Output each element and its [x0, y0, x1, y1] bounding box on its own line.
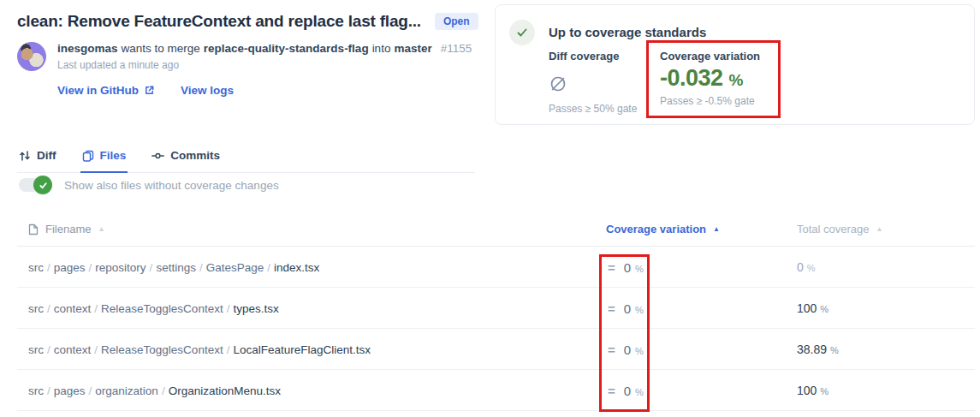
file-icon	[28, 223, 39, 235]
total-coverage-cell: 100 %	[797, 301, 829, 315]
coverage-card-title: Up to coverage standards	[549, 25, 706, 39]
empty-set-icon	[549, 71, 637, 97]
sort-arrow-icon: ▲	[876, 226, 883, 233]
column-header-coverage-variation-label: Coverage variation	[606, 223, 706, 235]
variation-value: 0	[624, 342, 631, 356]
file-path: src/pages/repository/settings/GatesPage/…	[28, 260, 319, 273]
file-path: src/context/ReleaseTogglesContext/LocalF…	[28, 343, 371, 355]
show-files-toggle[interactable]	[19, 178, 50, 192]
author-name: inesgomas	[57, 42, 118, 55]
tab-commits-label: Commits	[170, 149, 220, 162]
merge-action-text: wants to merge	[122, 42, 200, 55]
variation-unit: %	[635, 345, 644, 355]
links-row: View in GitHub View logs	[57, 84, 472, 97]
diff-coverage-column: Diff coverage Passes ≥ 50% gate	[549, 50, 637, 115]
coverage-variation-number: -0.032	[660, 65, 723, 92]
coverage-variation-unit: %	[729, 71, 744, 90]
view-in-github-link[interactable]: View in GitHub	[57, 84, 155, 97]
coverage-variation-column: Coverage variation -0.032 % Passes ≥ -0.…	[660, 50, 760, 107]
pr-meta-text: inesgomas wants to merge replace-quality…	[57, 42, 472, 97]
tab-diff-label: Diff	[37, 149, 56, 162]
column-header-total-coverage-label: Total coverage	[797, 223, 870, 235]
total-coverage-cell: 38.89 %	[797, 343, 839, 356]
total-coverage-unit: %	[807, 263, 816, 273]
variation-unit: %	[635, 263, 644, 273]
column-header-total-coverage[interactable]: Total coverage ▲	[797, 223, 882, 235]
diff-coverage-gate: Passes ≥ 50% gate	[549, 103, 637, 115]
coverage-variation-cell: = 0 %	[608, 342, 644, 356]
pr-title-row: clean: Remove FeatureContext and replace…	[17, 12, 484, 31]
equals-icon: =	[608, 383, 615, 397]
column-header-coverage-variation[interactable]: Coverage variation ▲	[606, 223, 720, 235]
compare-icon	[19, 150, 31, 162]
sort-arrow-active-icon: ▲	[713, 226, 720, 233]
equals-icon: =	[608, 259, 615, 274]
into-text: into	[372, 42, 391, 55]
total-coverage-value: 100	[797, 384, 817, 397]
variation-unit: %	[635, 386, 644, 396]
total-coverage-unit: %	[830, 345, 839, 355]
table-header-row: Filename ▲ Coverage variation ▲ Total co…	[17, 217, 975, 247]
tab-commits[interactable]: Commits	[150, 147, 222, 173]
view-logs-link[interactable]: View logs	[181, 84, 234, 97]
pr-title: clean: Remove FeatureContext and replace…	[17, 12, 421, 31]
files-icon	[82, 150, 94, 162]
source-branch: replace-quality-standards-flag	[204, 42, 369, 55]
filter-toggle-label: Show also files without coverage changes	[64, 179, 279, 192]
diff-coverage-label: Diff coverage	[549, 50, 637, 63]
tab-diff[interactable]: Diff	[17, 147, 58, 173]
variation-value: 0	[624, 383, 631, 397]
total-coverage-value: 100	[797, 301, 817, 315]
table-row[interactable]: src/context/ReleaseTogglesContext/LocalF…	[17, 329, 975, 370]
total-coverage-value: 0	[797, 260, 804, 274]
merge-summary: inesgomas wants to merge replace-quality…	[57, 42, 472, 55]
external-link-icon	[144, 85, 155, 96]
coverage-variation-cell: = 0 %	[608, 301, 644, 315]
coverage-variation-cell: = 0 %	[608, 383, 644, 397]
tab-files[interactable]: Files	[80, 147, 128, 173]
file-path: src/context/ReleaseTogglesContext/types.…	[28, 301, 279, 314]
check-circle-icon	[509, 20, 535, 45]
total-coverage-cell: 100 %	[797, 384, 829, 397]
tab-files-label: Files	[100, 149, 127, 162]
variation-value: 0	[624, 301, 631, 315]
filter-toggle-row: Show also files without coverage changes	[19, 175, 279, 195]
variation-value: 0	[624, 259, 631, 274]
total-coverage-unit: %	[820, 386, 829, 396]
view-in-github-label: View in GitHub	[57, 84, 139, 97]
variation-unit: %	[635, 304, 644, 314]
total-coverage-cell: 0 %	[797, 260, 816, 274]
total-coverage-unit: %	[820, 304, 829, 314]
table-row[interactable]: src/pages/organization/OrganizationMenu.…	[17, 370, 975, 411]
coverage-variation-cell: = 0 %	[608, 259, 644, 274]
pull-request-coverage-page: clean: Remove FeatureContext and replace…	[0, 0, 980, 417]
pr-status-badge: Open	[435, 13, 478, 30]
table-row[interactable]: src/context/ReleaseTogglesContext/types.…	[17, 288, 975, 329]
pr-header: clean: Remove FeatureContext and replace…	[17, 12, 484, 97]
files-table: Filename ▲ Coverage variation ▲ Total co…	[17, 217, 975, 411]
table-row[interactable]: src/pages/repository/settings/GatesPage/…	[17, 247, 975, 288]
table-body: src/pages/repository/settings/GatesPage/…	[17, 247, 975, 411]
pr-number: #1155	[441, 42, 472, 55]
column-header-filename-label: Filename	[45, 223, 91, 235]
tab-bar: Diff Files Commits	[17, 147, 475, 173]
target-branch: master	[394, 42, 431, 55]
equals-icon: =	[608, 301, 615, 315]
last-updated-text: Last updated a minute ago	[57, 59, 472, 71]
column-header-filename[interactable]: Filename ▲	[28, 223, 104, 235]
coverage-variation-label: Coverage variation	[660, 50, 760, 63]
toggle-check-icon	[33, 176, 52, 194]
avatar	[17, 42, 46, 71]
total-coverage-value: 38.89	[797, 343, 827, 356]
commit-icon	[151, 150, 164, 162]
sort-arrow-icon: ▲	[98, 226, 104, 233]
equals-icon: =	[608, 342, 615, 356]
coverage-variation-value: -0.032 %	[660, 65, 760, 91]
coverage-standards-card: Up to coverage standards Diff coverage P…	[495, 4, 975, 125]
pr-meta-row: inesgomas wants to merge replace-quality…	[17, 42, 484, 97]
file-path: src/pages/organization/OrganizationMenu.…	[28, 384, 281, 396]
coverage-variation-gate: Passes ≥ -0.5% gate	[660, 95, 760, 107]
